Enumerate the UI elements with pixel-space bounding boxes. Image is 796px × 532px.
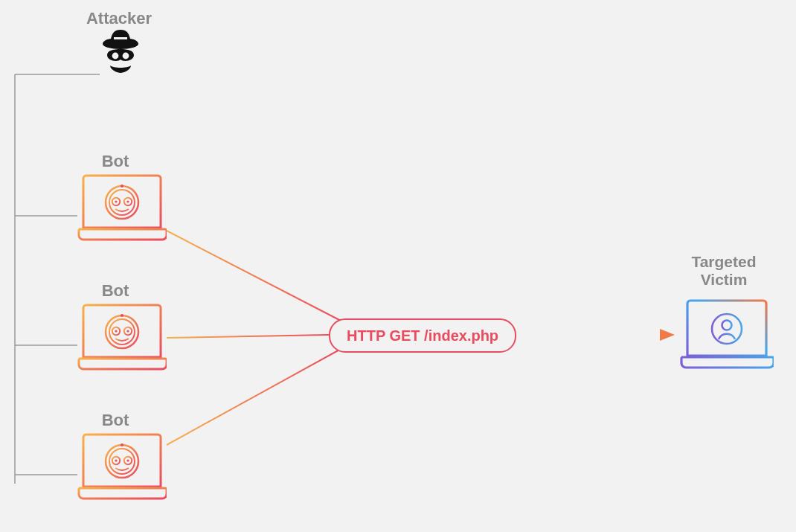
user-icon [712,314,742,344]
robot-face-icon [106,185,138,219]
svg-line-0 [167,231,342,321]
svg-point-27 [121,443,123,446]
http-request-text: HTTP GET /index.php [347,327,498,344]
svg-point-14 [106,315,138,348]
svg-point-25 [115,459,117,461]
svg-point-26 [126,459,129,461]
attacker-icon [100,28,141,73]
svg-point-20 [121,314,123,317]
svg-line-2 [167,348,342,445]
attacker-label: Attacker [74,9,164,28]
bot-laptop-1 [77,173,167,241]
svg-point-29 [722,321,732,330]
bot-laptop-3 [77,432,167,500]
svg-point-18 [115,330,117,332]
victim-laptop [680,298,774,369]
bot-label-1: Bot [78,152,153,171]
svg-point-28 [712,314,742,344]
victim-label: Targeted Victim [675,253,772,289]
svg-point-7 [106,186,138,219]
bot-laptop-2 [77,302,167,371]
svg-point-6 [123,53,129,60]
svg-point-11 [115,200,117,202]
svg-rect-4 [114,37,127,39]
svg-point-21 [106,445,138,478]
svg-point-12 [126,200,129,202]
svg-line-1 [167,335,329,338]
bot-label-3: Bot [78,411,153,430]
http-request-pill: HTTP GET /index.php [329,318,516,353]
svg-point-5 [112,53,119,60]
victim-label-line1: Targeted [691,253,756,270]
svg-point-13 [121,185,123,188]
svg-point-19 [126,330,129,332]
victim-label-line2: Victim [701,271,748,288]
robot-face-icon [106,443,138,478]
bot-label-2: Bot [78,281,153,301]
robot-face-icon [106,314,138,348]
